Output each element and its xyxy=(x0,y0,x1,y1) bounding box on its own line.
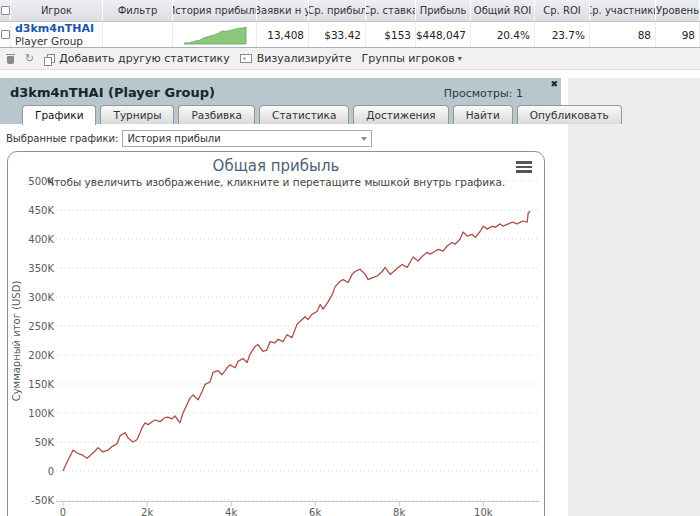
spacer xyxy=(0,70,700,78)
svg-text:300K: 300K xyxy=(28,292,54,303)
tab-опубликовать[interactable]: Опубликовать xyxy=(517,105,622,124)
tab-турниры[interactable]: Турниры xyxy=(100,105,174,124)
player-cell: d3km4nTHAI ♞ Player Group xyxy=(11,22,103,47)
select-chevron-icon xyxy=(361,137,367,141)
column-header[interactable]: Фильтр xyxy=(103,0,173,21)
total-roi-cell: 20.4% xyxy=(471,22,535,47)
avg-roi-cell: 23.7% xyxy=(535,22,590,47)
level-cell: 98 xyxy=(656,22,700,47)
svg-text:6k: 6k xyxy=(309,507,321,516)
column-header[interactable]: Ср. ROI xyxy=(535,0,590,21)
chart-menu-icon[interactable] xyxy=(516,161,532,175)
column-header[interactable]: Уровень xyxy=(656,0,700,21)
chevron-down-icon: ▾ xyxy=(458,54,462,63)
svg-text:10k: 10k xyxy=(474,507,493,516)
tab-достижения[interactable]: Достижения xyxy=(353,105,448,124)
toolbar: ↻ Добавить другую статистику Визуализиру… xyxy=(0,48,700,70)
player-type-label: Player Group xyxy=(15,35,83,47)
tab-графики[interactable]: Графики xyxy=(22,105,96,125)
svg-text:100K: 100K xyxy=(28,408,54,419)
svg-text:350K: 350K xyxy=(28,263,54,274)
select-all-checkbox[interactable] xyxy=(1,6,10,15)
svg-text:0: 0 xyxy=(48,466,54,477)
close-icon[interactable]: ✖ xyxy=(550,79,558,89)
svg-text:400K: 400K xyxy=(28,234,54,245)
player-name-link[interactable]: d3km4nTHAI xyxy=(15,22,94,35)
visualize-button[interactable]: Визуализируйте xyxy=(240,52,352,65)
svg-text:4k: 4k xyxy=(225,507,237,516)
entries-cell: 13,408 xyxy=(257,22,309,47)
refresh-button[interactable]: ↻ xyxy=(25,54,34,64)
svg-text:0: 0 xyxy=(60,507,66,516)
player-groups-label: Группы игроков xyxy=(362,52,455,65)
column-header[interactable]: Прибыль xyxy=(416,0,471,21)
svg-text:Суммарный итог (USD): Суммарный итог (USD) xyxy=(11,281,22,402)
stats-table: ИгрокФильтрИстория прибылиЗаявки н уСр. … xyxy=(0,0,700,48)
svg-text:200K: 200K xyxy=(28,350,54,361)
page-background xyxy=(561,78,700,516)
chart-subtitle: Чтобы увеличить изображение, кликните и … xyxy=(8,176,544,188)
chart-select-row: Выбранные графики: История прибыли xyxy=(6,130,561,147)
avg-stake-cell: $153 xyxy=(366,22,416,47)
profit-sparkline xyxy=(183,25,247,45)
profit-chart[interactable]: Общая прибыль Чтобы увеличить изображени… xyxy=(7,151,545,516)
trash-icon xyxy=(6,54,15,64)
player-groups-dropdown[interactable]: Группы игроков ▾ xyxy=(362,52,462,65)
visualize-label: Визуализируйте xyxy=(257,52,352,65)
image-icon xyxy=(240,54,252,63)
column-header[interactable]: Ср. участники xyxy=(590,0,656,21)
select-all-cell xyxy=(0,0,11,21)
player-group-panel: d3km4nTHAI (Player Group) Просмотры: 1 ✖… xyxy=(0,78,561,516)
add-stat-button[interactable]: Добавить другую статистику xyxy=(44,52,230,65)
svg-text:2k: 2k xyxy=(141,507,153,516)
add-stat-label: Добавить другую статистику xyxy=(59,52,230,65)
chart-title: Общая прибыль xyxy=(8,157,544,175)
tab-разбивка[interactable]: Разбивка xyxy=(178,105,255,124)
tab-найти[interactable]: Найти xyxy=(453,105,513,124)
panel-title: d3km4nTHAI (Player Group) xyxy=(10,85,215,100)
chart-canvas: -50K050K100K150K200K250K300K350K400K450K… xyxy=(8,152,544,516)
svg-text:450K: 450K xyxy=(28,205,54,216)
column-header[interactable]: Общий ROI xyxy=(471,0,535,21)
svg-text:50K: 50K xyxy=(35,437,55,448)
column-header[interactable]: Игрок xyxy=(11,0,103,21)
stats-table-header-row: ИгрокФильтрИстория прибылиЗаявки н уСр. … xyxy=(0,0,700,22)
column-header[interactable]: История прибыли xyxy=(173,0,257,21)
refresh-icon: ↻ xyxy=(25,54,34,64)
profit-cell: $448,047 xyxy=(416,22,471,47)
row-checkbox[interactable] xyxy=(1,30,10,39)
selected-charts-label: Выбранные графики: xyxy=(6,133,118,144)
column-header[interactable]: Заявки н у xyxy=(257,0,309,21)
avg-entrants-cell: 88 xyxy=(590,22,656,47)
tab-bar: ГрафикиТурнирыРазбивкаСтатистикаДостижен… xyxy=(22,105,626,124)
svg-text:150K: 150K xyxy=(28,379,54,390)
panel-header: d3km4nTHAI (Player Group) Просмотры: 1 ✖… xyxy=(0,78,561,124)
column-header[interactable]: Ср. ставка xyxy=(366,0,416,21)
chart-type-select-value: История прибыли xyxy=(127,133,220,144)
profit-history-cell[interactable] xyxy=(173,22,257,47)
avg-profit-cell: $33.42 xyxy=(309,22,366,47)
column-header[interactable]: Ср. прибыл xyxy=(309,0,366,21)
add-stat-icon xyxy=(44,54,54,64)
delete-button[interactable] xyxy=(6,54,15,64)
chart-type-select[interactable]: История прибыли xyxy=(122,130,372,147)
filter-cell xyxy=(103,22,173,47)
views-counter: Просмотры: 1 xyxy=(444,87,523,100)
tab-статистика[interactable]: Статистика xyxy=(259,105,349,124)
svg-text:8k: 8k xyxy=(393,507,405,516)
svg-text:-50K: -50K xyxy=(31,495,54,506)
table-row[interactable]: d3km4nTHAI ♞ Player Group 13,408 $33.42 … xyxy=(0,22,700,48)
svg-text:250K: 250K xyxy=(28,321,54,332)
row-checkbox-cell xyxy=(0,22,11,47)
